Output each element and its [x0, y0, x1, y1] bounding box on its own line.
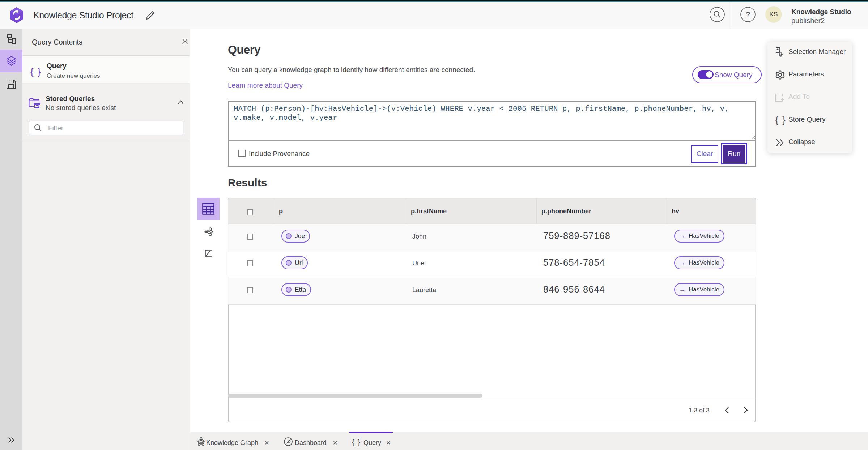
svg-text:?: ? — [746, 10, 750, 19]
